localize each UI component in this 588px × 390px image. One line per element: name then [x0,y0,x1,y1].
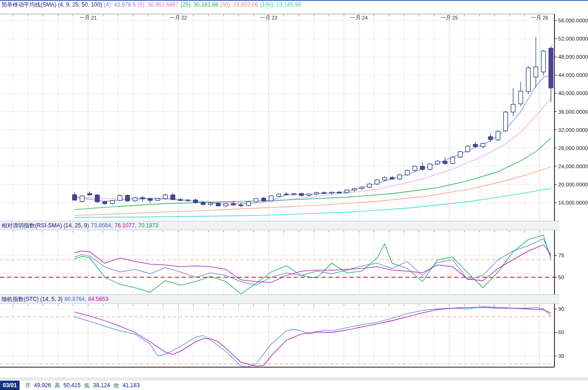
legend-segment: 随机指数(STC) (14, 5, 3) [1,296,62,302]
candle[interactable] [315,192,319,194]
candle[interactable] [541,51,546,72]
legend-segment: 简单移动平均线(SMA) (4, 9, 25, 50, 100) [1,1,102,8]
price-axis-label: 20,000.0000 [558,182,588,187]
price-axis-label: 56,000.0000 [558,18,588,23]
legend-segment: 49,926 [34,382,53,389]
legend-segment: 76.1077, [115,222,137,229]
date-badge: 03/01 [0,381,20,390]
time-axis-label: 一月 21 [79,15,96,21]
legend-segment: (25): 30,181.88 [180,1,218,8]
price-axis-label: 48,000.0000 [558,54,588,60]
legend-segment: 收 [114,382,121,389]
candle[interactable] [345,190,349,193]
candle[interactable] [110,200,115,204]
candle[interactable] [269,196,273,201]
candle[interactable] [390,178,394,179]
trading-chart-window: 56,000.000052,000.000048,000.000044,000.… [0,0,588,390]
candle[interactable] [519,91,523,104]
candle[interactable] [360,187,364,189]
time-axis-label: 一月 26 [531,15,548,21]
candle[interactable] [383,178,387,180]
price-axis-label: 40,000.0000 [558,90,588,96]
candle[interactable] [231,204,235,205]
candle[interactable] [224,204,228,206]
candle[interactable] [504,112,508,130]
candle[interactable] [186,200,190,201]
candle[interactable] [465,146,470,152]
candle[interactable] [549,48,553,88]
candle[interactable] [148,198,152,200]
candle[interactable] [261,198,266,201]
chart-canvas[interactable]: 56,000.000052,000.000048,000.000044,000.… [0,0,588,390]
candle[interactable] [496,131,500,140]
candle[interactable] [526,68,530,92]
candle[interactable] [141,198,145,198]
candle[interactable] [405,171,410,175]
candle[interactable] [329,192,334,193]
candle[interactable] [88,193,92,195]
stc-panel-header: 随机指数(STC) (14, 5, 3)80.8764,84.5653 [0,294,560,304]
rsi-axis-label: 50 [558,274,564,280]
candle[interactable] [103,202,107,204]
candle[interactable] [352,189,356,190]
stc-axis-label: 30 [558,353,564,359]
legend-segment: (4): 43,978.5 [104,1,136,8]
candle[interactable] [73,195,77,200]
stc-axis-label: 90 [558,306,564,312]
legend-segment: 73.8564, [91,222,113,229]
candle[interactable] [239,205,243,206]
ohlc-readout: 开 49,926 高 50,415 低 38,124 收 41,183 [25,382,141,389]
candle[interactable] [511,104,515,112]
candle[interactable] [277,194,281,196]
candle[interactable] [201,203,205,205]
candle[interactable] [481,144,485,147]
candle[interactable] [428,164,432,170]
candle[interactable] [156,198,160,200]
price-axis-label: 16,000.0000 [558,200,588,205]
time-axis-label: 一月 25 [441,15,458,21]
candle[interactable] [488,137,492,139]
candle[interactable] [284,194,288,195]
candle[interactable] [292,193,296,194]
legend-segment: 84.5653 [88,296,108,302]
rsi-axis-label: 75 [558,253,564,258]
legend-segment: 70.1973 [138,222,158,229]
stc-axis-label: 60 [558,329,564,335]
candle[interactable] [95,195,99,202]
candle[interactable] [133,198,137,201]
candle[interactable] [80,196,84,201]
candle[interactable] [178,199,183,200]
legend-segment: (9): 38,962.6667 [137,1,178,8]
candle[interactable] [413,166,417,171]
candle[interactable] [307,194,311,195]
candle[interactable] [125,195,130,201]
legend-segment: 41,183 [123,382,140,389]
candle[interactable] [367,184,371,187]
candle[interactable] [473,144,478,147]
candle[interactable] [171,195,175,199]
price-axis-label: 32,000.0000 [558,127,588,133]
candle[interactable] [299,193,303,195]
status-bar: 03/01 开 49,926 高 50,415 低 38,124 收 41,18… [0,381,588,390]
candle[interactable] [443,161,447,164]
legend-segment: 高 [55,382,62,389]
candle[interactable] [436,161,440,164]
candle[interactable] [246,202,251,205]
candle[interactable] [420,166,424,170]
candle[interactable] [216,203,220,206]
candle[interactable] [322,192,326,193]
candle[interactable] [534,67,538,77]
time-axis-label: 一月 22 [170,15,187,21]
candle[interactable] [193,200,198,203]
candle[interactable] [451,157,455,164]
candle[interactable] [375,180,379,184]
legend-segment: 38,124 [93,382,112,389]
candle[interactable] [254,198,258,202]
price-axis-label: 52,000.0000 [558,36,588,41]
candle[interactable] [337,192,342,193]
candle[interactable] [118,195,122,200]
candle[interactable] [458,152,462,157]
candle[interactable] [397,175,402,179]
candle[interactable] [163,195,167,198]
candle[interactable] [209,203,213,205]
